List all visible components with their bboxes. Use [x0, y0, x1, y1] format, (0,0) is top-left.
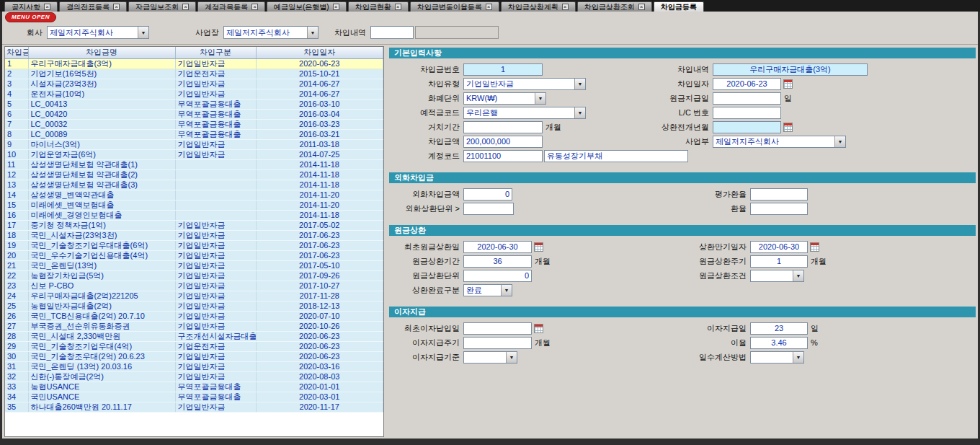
table-row[interactable]: 10기업운영자금(6억)기업일반자금2014-07-25: [5, 149, 383, 159]
interest-cycle-input[interactable]: [463, 337, 532, 349]
table-row[interactable]: 24우리구매자금대출(2억)221205기업일반자금2017-11-28: [5, 291, 383, 301]
account-name-field[interactable]: [544, 150, 688, 162]
account-code-input[interactable]: [463, 150, 543, 162]
table-row[interactable]: 29국민_기술창조기업우대(4억)기업운전자금2020-06-23: [5, 341, 383, 351]
fx-amount-input[interactable]: [463, 188, 512, 201]
tab-차입금상환계획[interactable]: 차입금상환계획×: [501, 1, 576, 12]
table-row[interactable]: 22농협장기차입금(5억)기업일반자금2017-09-26: [5, 270, 383, 281]
table-row[interactable]: 11삼성생명단체보험 약관대출(1)2014-11-18: [5, 159, 383, 169]
table-row[interactable]: 17중기청 정책자금(1억)기업일반자금2017-05-02: [5, 220, 383, 230]
loan-no-input[interactable]: [463, 63, 543, 76]
tab-예금일보(은행별)[interactable]: 예금일보(은행별)×: [267, 1, 347, 12]
table-row[interactable]: 14삼성생명_변액약관대출2014-11-20: [5, 190, 383, 200]
loan-date-input[interactable]: [713, 78, 781, 90]
table-row[interactable]: 21국민_온렌딩(13억)기업일반자금2017-05-10: [5, 260, 383, 270]
company-select[interactable]: 제일저지주식회사 ▼: [47, 26, 149, 39]
cell-type: [175, 169, 256, 180]
calendar-icon[interactable]: [534, 242, 543, 252]
table-row[interactable]: 20국민_우수기술기업신용대출(4억)기업일반자금2017-06-23: [5, 250, 383, 260]
repay-condition-select[interactable]: ▼: [750, 270, 804, 282]
site-select[interactable]: 제일저지주식회사 ▼: [223, 26, 318, 39]
table-row[interactable]: 19국민_기술창조기업우대대출(6억)기업일반자금2017-06-23: [5, 240, 383, 250]
grace-period-input[interactable]: [463, 121, 543, 133]
interest-pay-day-input[interactable]: [750, 322, 808, 335]
tab-close-icon[interactable]: ×: [44, 4, 50, 10]
tab-close-icon[interactable]: ×: [486, 4, 492, 10]
table-row[interactable]: 16미래에셋_경영인보험대출2014-11-18: [5, 210, 383, 220]
tab-차입금변동이율등록[interactable]: 차입금변동이율등록×: [410, 1, 499, 12]
table-row[interactable]: 9마이너스(3억)기업일반자금2011-03-18: [5, 139, 383, 149]
tab-차입금등록[interactable]: 차입금등록: [654, 1, 704, 12]
cell-name: 국민_우수기술기업신용대출(4억): [28, 250, 175, 260]
tab-close-icon[interactable]: ×: [333, 4, 339, 10]
lc-no-input[interactable]: [713, 107, 781, 119]
tab-결의전표등록[interactable]: 결의전표등록×: [59, 1, 127, 12]
table-row[interactable]: 4운전자금(10억)기업일반자금2014-06-27: [5, 89, 383, 99]
table-row[interactable]: 13삼성생명단체보험 약관대출(3)2014-11-18: [5, 180, 383, 190]
table-row[interactable]: 23신보 P-CBO기업일반자금2017-10-27: [5, 281, 383, 291]
calendar-icon[interactable]: [783, 79, 793, 89]
calendar-icon[interactable]: [810, 242, 819, 252]
repay-cycle-input[interactable]: [750, 255, 808, 268]
table-row[interactable]: 30국민_기술창조우대(2억) 20.6.23기업일반자금2020-06-23: [5, 351, 383, 361]
table-row[interactable]: 1우리구매자금대출(3억)기업일반자금2020-06-23: [5, 58, 383, 69]
tab-close-icon[interactable]: ×: [638, 4, 645, 10]
interest-rate-unit: %: [811, 338, 818, 347]
table-row[interactable]: 32신한(-)통장예금(2억)기업일반자금2020-08-03: [5, 371, 383, 382]
tab-close-icon[interactable]: ×: [113, 4, 120, 10]
table-row[interactable]: 28국민_시설대 2,330백만원구조개선시설자금대출2020-06-23: [5, 331, 383, 341]
exchange-rate-input[interactable]: [750, 203, 808, 215]
fx-unit-input[interactable]: [463, 203, 514, 215]
first-interest-date-input[interactable]: [463, 322, 532, 335]
loan-desc-code-input[interactable]: [370, 26, 414, 39]
table-row[interactable]: 35하나대출260백만원 20.11.17기업일반자금2020-11-17: [5, 402, 383, 412]
first-repay-date-input[interactable]: [463, 241, 532, 253]
table-row[interactable]: 15미래에셋_변액보험대출2014-11-20: [5, 200, 383, 210]
tab-자금일보조회[interactable]: 자금일보조회×: [128, 1, 196, 12]
table-row[interactable]: 27부국증권_선순위유동화증권기업일반자금2020-10-26: [5, 321, 383, 331]
table-row[interactable]: 34국민USANCE무역포괄금융대출2020-03-01: [5, 392, 383, 402]
tab-차입금현황[interactable]: 차입금현황×: [348, 1, 409, 12]
table-row[interactable]: 33농협USANCE무역포괄금융대출2020-01-01: [5, 382, 383, 392]
interest-rate-input[interactable]: [750, 337, 808, 349]
day-calc-method-select[interactable]: ▼: [750, 351, 804, 364]
loan-desc-input[interactable]: [713, 63, 868, 76]
loan-amount-input[interactable]: [463, 136, 543, 148]
table-row[interactable]: 18국민_시설자금(23억3천)기업일반자금2017-06-23: [5, 230, 383, 240]
repay-unit-input[interactable]: [463, 270, 532, 282]
tab-close-icon[interactable]: ×: [395, 4, 401, 10]
principal-pay-day-label: 원금지급일: [660, 93, 709, 104]
interest-basis-select[interactable]: ▼: [463, 351, 517, 364]
principal-pay-day-input[interactable]: [713, 92, 781, 105]
tab-계정과목등록[interactable]: 계정과목등록×: [197, 1, 265, 12]
cell-code: 26: [5, 311, 28, 321]
repay-period-input[interactable]: [463, 255, 532, 268]
division-select[interactable]: 제일저지주식회사 ▼: [713, 136, 846, 148]
eval-rate-input[interactable]: [750, 188, 808, 201]
deposit-code-select[interactable]: 우리은행 ▼: [463, 107, 586, 119]
repay-complete-select[interactable]: 완료 ▼: [463, 284, 512, 296]
table-row[interactable]: 31국민_온렌딩 (13억) 20.03.16기업일반자금2020-03-16: [5, 361, 383, 371]
calendar-icon[interactable]: [783, 123, 793, 132]
cell-type: 기업일반자금: [175, 311, 256, 321]
table-row[interactable]: 5LC_00413무역포괄금융대출2016-03-10: [5, 99, 383, 109]
table-row[interactable]: 12삼성생명단체보험 약관대출(2)2014-11-18: [5, 169, 383, 180]
tab-close-icon[interactable]: ×: [562, 4, 569, 10]
table-row[interactable]: 7LC_00032무역포괄금융대출2016-03-23: [5, 119, 383, 129]
maturity-date-input[interactable]: [750, 241, 808, 253]
tab-close-icon[interactable]: ×: [182, 4, 189, 10]
tab-close-icon[interactable]: ×: [251, 4, 258, 10]
table-row[interactable]: 25농협일반자금대출(2억)기업일반자금2018-12-13: [5, 301, 383, 311]
tab-공지사항[interactable]: 공지사항×: [4, 1, 58, 12]
table-row[interactable]: 2기업기보(16억5천)기업운전자금2015-10-21: [5, 69, 383, 79]
pre-repay-ym-input[interactable]: [713, 121, 781, 133]
table-row[interactable]: 26국민_TCB신용대출(2억) 20.7.10기업일반자금2020-07-10: [5, 311, 383, 321]
currency-select[interactable]: KRW(₩) ▼: [463, 92, 546, 105]
cell-type: 기업일반자금: [175, 220, 256, 230]
tab-차입금상환조회[interactable]: 차입금상환조회×: [577, 1, 652, 12]
calendar-icon[interactable]: [534, 324, 543, 333]
loan-type-select[interactable]: 기업일반자금 ▼: [463, 78, 586, 90]
table-row[interactable]: 3시설자금(23억3천)기업일반자금2014-06-27: [5, 79, 383, 89]
table-row[interactable]: 8LC_00089무역포괄금융대출2016-03-21: [5, 129, 383, 139]
table-row[interactable]: 6LC_00420무역포괄금융대출2016-03-04: [5, 109, 383, 119]
